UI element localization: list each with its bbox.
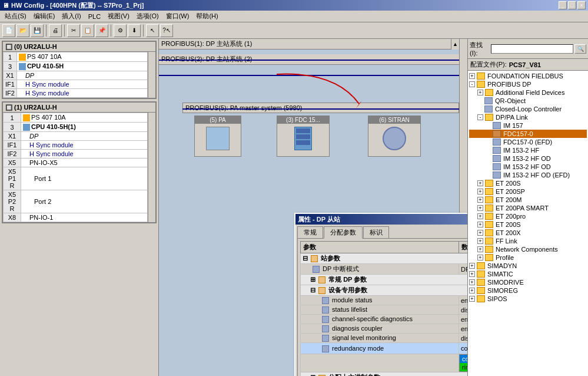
help-cursor-button[interactable]: ?↖ <box>160 24 173 37</box>
cursor-button[interactable]: ↖ <box>146 24 159 37</box>
paste-button[interactable]: 📌 <box>95 24 108 37</box>
tree-item-profile[interactable]: + Profile <box>469 253 587 262</box>
menu-insert[interactable]: 插入(I) <box>58 11 84 22</box>
expand-additional[interactable]: + <box>477 90 483 95</box>
tree-label-et200s: ET 200S <box>496 180 521 187</box>
table-row: IF2 H Sync module <box>4 150 148 159</box>
tree-label-et200s2: ET 200S <box>496 221 521 228</box>
tree-item-qr[interactable]: QR-Object <box>469 97 587 105</box>
item-icon-im1532hfod2 <box>493 163 501 170</box>
menu-options[interactable]: 选项(O) <box>133 11 162 22</box>
expand-et200m[interactable]: + <box>477 197 483 203</box>
tree-item-sipos[interactable]: + SIPOS <box>469 295 587 303</box>
expand-dppa[interactable]: - <box>477 114 483 120</box>
tree-item-simoreg[interactable]: + SIMOREG <box>469 286 587 295</box>
tree-item-et200m[interactable]: + ET 200M <box>469 196 587 204</box>
tree-item-fflink[interactable]: + FF Link <box>469 237 587 245</box>
tree-item-et200x[interactable]: + ET 200X <box>469 229 587 237</box>
tab-general[interactable]: 常规 <box>297 226 323 238</box>
cut-button[interactable]: ✂ <box>67 24 80 37</box>
tree-item-foundation[interactable]: + FOUNDATION FIELDBUS <box>469 72 587 80</box>
dropdown-option-coupler[interactable]: coupler redundancy <box>460 355 467 363</box>
expand-et200pa[interactable]: + <box>477 205 483 211</box>
tree-item-et200s2[interactable]: + ET 200S <box>469 220 587 229</box>
copy-button[interactable]: 📋 <box>81 24 94 37</box>
tab-params[interactable]: 分配参数 <box>324 226 363 239</box>
tree-item-et200pa[interactable]: + ET 200PA SMART <box>469 204 587 212</box>
tree-item-im157[interactable]: IM 157 <box>469 121 587 130</box>
pa-box-header: (5) PA <box>195 116 241 124</box>
menu-plc[interactable]: PLC <box>85 12 104 21</box>
station2-scrollbar[interactable] <box>148 113 155 222</box>
expand-et200sp[interactable]: + <box>477 189 483 194</box>
folder-icon-simadyn <box>477 262 485 269</box>
download-button[interactable]: ⬇ <box>128 24 141 37</box>
tree-item-im1532hfod1[interactable]: IM 153-2 HF OD <box>469 154 587 163</box>
tree-item-et200pro[interactable]: + ET 200pro <box>469 212 587 220</box>
tree-label-profile: Profile <box>496 254 514 261</box>
menu-window[interactable]: 窗口(W) <box>162 11 193 22</box>
tree-item-closed[interactable]: Closed-Loop Controller <box>469 105 587 113</box>
tree-item-fdc1570efd[interactable]: FDC157-0 (EFD) <box>469 138 587 146</box>
tree-item-im1532hfodefd[interactable]: IM 153-2 HF OD (EFD) <box>469 171 587 179</box>
open-button[interactable]: 📂 <box>16 24 29 37</box>
expand-network[interactable]: + <box>477 246 483 252</box>
station2-icon: 🔲 <box>5 104 12 111</box>
expand-sipos[interactable]: + <box>469 296 475 302</box>
menu-station[interactable]: 站点(S) <box>1 11 30 22</box>
station1-scrollbar[interactable] <box>148 52 155 98</box>
tab-ident[interactable]: 标识 <box>363 226 389 238</box>
tree-label-im1532hfod1: IM 153-2 HF OD <box>503 155 551 162</box>
minimize-button[interactable]: _ <box>559 1 567 9</box>
tree-item-profibus[interactable]: - PROFIBUS DP <box>469 80 587 88</box>
tree-item-simadyn[interactable]: + SIMADYN <box>469 262 587 270</box>
tree-item-additional[interactable]: + Additional Field Devices <box>469 88 587 97</box>
profibus1-scroll[interactable]: ▲ <box>451 39 459 50</box>
tree-item-im1532hf[interactable]: IM 153-2 HF <box>469 146 587 154</box>
folder-icon-simatic <box>477 271 485 278</box>
expand-et200x[interactable]: + <box>477 230 483 236</box>
print-button[interactable]: 🖨 <box>49 24 62 37</box>
close-button[interactable]: × <box>577 1 586 9</box>
redundancy-dropdown[interactable]: coupler redundancy ▼ <box>459 343 467 354</box>
sitran-box[interactable]: (6) SITRAN <box>368 116 421 157</box>
save-button[interactable]: 💾 <box>31 24 44 37</box>
tree-label-fdc1570efd: FDC157-0 (EFD) <box>503 138 552 146</box>
expand-foundation[interactable]: + <box>469 73 475 79</box>
expand-et200s2[interactable]: + <box>477 222 483 227</box>
expand-et200s[interactable]: + <box>477 180 483 186</box>
expand-profile[interactable]: + <box>477 255 483 260</box>
table-row: 1 PS 407 10A <box>4 52 148 62</box>
expand-simoreg[interactable]: + <box>469 288 475 293</box>
tree-item-fdc1570[interactable]: FDC157-0 <box>469 130 587 138</box>
menu-view[interactable]: 视图(V) <box>104 11 133 22</box>
tree-item-simatic[interactable]: + SIMATIC <box>469 270 587 278</box>
menu-edit[interactable]: 编辑(E) <box>30 11 59 22</box>
new-button[interactable]: 📄 <box>2 24 15 37</box>
catalog-profile: PCS7_V81 <box>509 61 541 68</box>
tree-item-im1532hfod2[interactable]: IM 153-2 HF OD <box>469 163 587 171</box>
expand-simadyn[interactable]: + <box>469 263 475 269</box>
tree-item-et200sp[interactable]: + ET 200SP <box>469 187 587 196</box>
search-input[interactable] <box>491 44 573 54</box>
menu-help[interactable]: 帮助(H) <box>192 11 221 22</box>
tree-item-network[interactable]: + Network Components <box>469 245 587 253</box>
table-row: X5 PN-IO-X5 <box>4 159 148 167</box>
expand-et200pro[interactable]: + <box>477 213 483 219</box>
tree-item-simodrive[interactable]: + SIMODRIVE <box>469 278 587 286</box>
expand-simodrive[interactable]: + <box>469 279 475 285</box>
expand-simatic[interactable]: + <box>469 271 475 277</box>
expand-profibus[interactable]: - <box>469 81 475 87</box>
search-button[interactable]: 🔍 <box>574 44 586 54</box>
table-row: signal level monitoring disable <box>301 334 468 343</box>
dropdown-option-ring[interactable]: ring redundancy <box>460 363 467 371</box>
fdc-box-header: (3) FDC 15... <box>277 116 329 124</box>
compile-button[interactable]: ⚙ <box>114 24 127 37</box>
tree-item-et200s[interactable]: + ET 200S <box>469 179 587 187</box>
pa-box[interactable]: (5) PA <box>194 116 241 157</box>
tree-item-dppa[interactable]: - DP/PA Link <box>469 113 587 121</box>
fdc-box[interactable]: (3) FDC 15... <box>277 116 330 157</box>
right-panel: 查找(I): 🔍 配置文件(P): PCS7_V81 + FOUNDATION … <box>467 39 588 376</box>
expand-fflink[interactable]: + <box>477 238 483 244</box>
maximize-button[interactable]: □ <box>568 1 576 9</box>
